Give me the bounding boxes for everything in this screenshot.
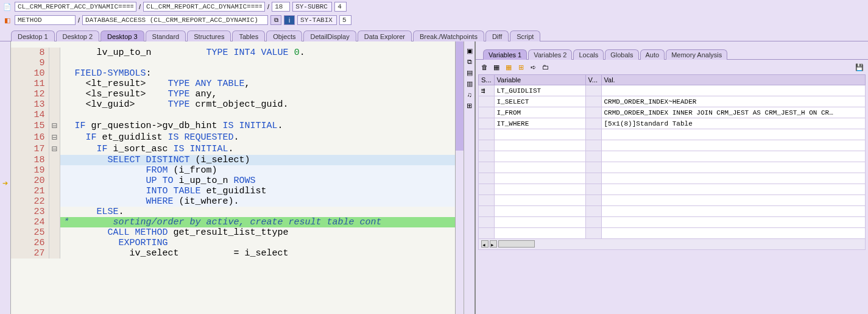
toolbar-row-1: 📄 / / [0,0,868,13]
code-line[interactable]: 26 EXPORTING [11,238,455,248]
current-line-arrow-icon: ➔ [0,179,10,187]
var-header-s[interactable]: S... [479,75,495,85]
folder-icon[interactable]: 🗀 [540,62,550,72]
variables-panel: Variables 1Variables 2LocalsGlobalsAutoM… [475,41,868,314]
tool-headphones-icon[interactable]: ♫ [465,90,475,100]
code-line[interactable]: 11 <lt_result> TYPE ANY TABLE, [11,79,455,89]
program-field-1[interactable] [15,2,136,12]
sy-subrc-label [292,2,332,12]
tool-tree-icon[interactable]: ⊞ [465,101,475,111]
code-line[interactable]: 25 CALL METHOD get_result_list_ttype [11,227,455,238]
code-table: 8 lv_up_to_n TYPE INT4 VALUE 0.910 FIELD… [11,48,455,259]
slash: / [139,3,141,10]
variable-toolbar: 🗑 ▦ ▦ ⊞ ➪ 🗀 💾 [476,60,868,74]
var-tab-locals[interactable]: Locals [573,49,604,60]
slash: / [267,3,269,10]
var-row[interactable]: I_SELECTCRMD_ORDER_INDEX~HEADER [479,96,866,107]
tab-break-watchpoints[interactable]: Break./Watchpoints [413,30,484,41]
tab-desktop-3[interactable]: Desktop 3 [101,30,144,41]
nav-button-2[interactable]: i [284,15,295,25]
var-row[interactable] [479,129,866,140]
line-field[interactable] [272,2,290,12]
arrow-icon[interactable]: ➪ [528,62,538,72]
var-header-name[interactable]: Variable [494,75,585,85]
code-line[interactable]: 17⊟ IF i_sort_asc IS INITIAL. [11,143,455,155]
sy-subrc-value [334,2,347,12]
code-line[interactable]: 13 <lv_guid> TYPE crmt_object_guid. [11,99,455,110]
code-line[interactable]: 14 [11,110,455,120]
sy-tabix-value [339,15,351,25]
tool-copy-icon[interactable]: ⧉ [465,57,475,67]
var-tab-variables-1[interactable]: Variables 1 [483,49,527,60]
code-line[interactable]: 19 FROM (i_from) [11,165,455,176]
workarea: ➔ 8 lv_up_to_n TYPE INT4 VALUE 0.910 FIE… [0,41,868,314]
main-tabs: Desktop 1Desktop 2Desktop 3StandardStruc… [0,27,868,41]
var-row[interactable]: I_FROMCRMD_ORDER_INDEX INNER JOIN CRM_JE… [479,107,866,118]
var-tab-memory-analysis[interactable]: Memory Analysis [666,49,727,60]
document-icon: 📄 [2,2,12,12]
program-field-2[interactable] [143,2,265,12]
code-line[interactable]: 8 lv_up_to_n TYPE INT4 VALUE 0. [11,48,455,58]
var-row[interactable] [479,195,866,206]
code-line[interactable]: 21 INTO TABLE et_guidlist [11,186,455,196]
method-full-field[interactable] [82,15,268,25]
var-row[interactable] [479,217,866,228]
code-line[interactable]: 10 FIELD-SYMBOLS: [11,68,455,79]
var-row[interactable] [479,206,866,217]
tab-script[interactable]: Script [510,30,540,41]
var-row[interactable]: ⇶LT_GUIDLIST [479,85,866,96]
var-tab-globals[interactable]: Globals [605,49,638,60]
tab-desktop-1[interactable]: Desktop 1 [11,30,55,41]
side-tool-strip: ▣ ⧉ ▤ ▥ ♫ ⊞ [464,41,475,314]
code-line[interactable]: 27 iv_select = i_select [11,248,455,259]
var-row[interactable] [479,151,866,162]
var-horizontal-scroll[interactable]: ◂▸ [479,239,866,250]
var-row[interactable] [479,184,866,195]
code-line[interactable]: 12 <ls_result> TYPE any, [11,89,455,99]
var-row[interactable]: IT_WHERE[5x1(8)]Standard Table [479,118,866,129]
save-icon[interactable]: 💾 [855,62,864,72]
code-line[interactable]: 18 SELECT DISTINCT (i_select) [11,155,455,165]
var-tab-auto[interactable]: Auto [640,49,665,60]
slash: / [78,16,80,24]
tab-tables[interactable]: Tables [232,30,265,41]
tab-desktop-2[interactable]: Desktop 2 [56,30,100,41]
var-row[interactable] [479,228,866,239]
code-line[interactable]: 16⊟ IF et_guidlist IS REQUESTED. [11,132,455,143]
code-line[interactable]: 24* sorting/order by active, create resu… [11,217,455,227]
hier-icon[interactable]: ⊞ [516,62,526,72]
variable-tabs: Variables 1Variables 2LocalsGlobalsAutoM… [476,46,868,60]
sy-tabix-label [297,15,337,25]
tab-detaildisplay[interactable]: DetailDisplay [303,30,356,41]
method-icon: ◧ [2,15,12,25]
var-header-v[interactable]: V... [585,75,601,85]
code-pane[interactable]: 8 lv_up_to_n TYPE INT4 VALUE 0.910 FIELD… [11,41,455,314]
code-line[interactable]: 23 ELSE. [11,207,455,217]
var-row[interactable] [479,140,866,151]
grid2-icon[interactable]: ▦ [504,62,513,72]
tab-diff[interactable]: Diff [485,30,509,41]
variables-table[interactable]: S...VariableV...Val.⇶LT_GUIDLISTI_SELECT… [478,74,866,250]
code-line[interactable]: 20 UP TO i_up_to_n ROWS [11,176,455,186]
nav-button-1[interactable]: ⧉ [270,15,281,25]
code-line[interactable]: 9 [11,58,455,68]
code-line[interactable]: 22 WHERE (it_where). [11,196,455,207]
status-gutter: ➔ [0,41,11,314]
grid-icon[interactable]: ▦ [492,62,501,72]
tab-objects[interactable]: Objects [266,30,302,41]
tool-save-icon[interactable]: ▥ [465,79,475,89]
method-field[interactable] [15,15,76,25]
var-header-val[interactable]: Val. [601,75,865,85]
code-line[interactable]: 15⊟ IF gr_question->gv_db_hint IS INITIA… [11,120,455,132]
tab-data-explorer[interactable]: Data Explorer [358,30,412,41]
vertical-scrollbar[interactable] [455,41,464,314]
tool-locate-icon[interactable]: ▣ [465,46,475,56]
var-row[interactable] [479,173,866,184]
var-row[interactable] [479,162,866,173]
tool-paste-icon[interactable]: ▤ [465,68,475,78]
var-tab-variables-2[interactable]: Variables 2 [528,49,572,60]
delete-icon[interactable]: 🗑 [479,62,489,72]
toolbar-row-2: ◧ / ⧉ i [0,13,868,27]
tab-structures[interactable]: Structures [187,30,231,41]
tab-standard[interactable]: Standard [146,30,186,41]
